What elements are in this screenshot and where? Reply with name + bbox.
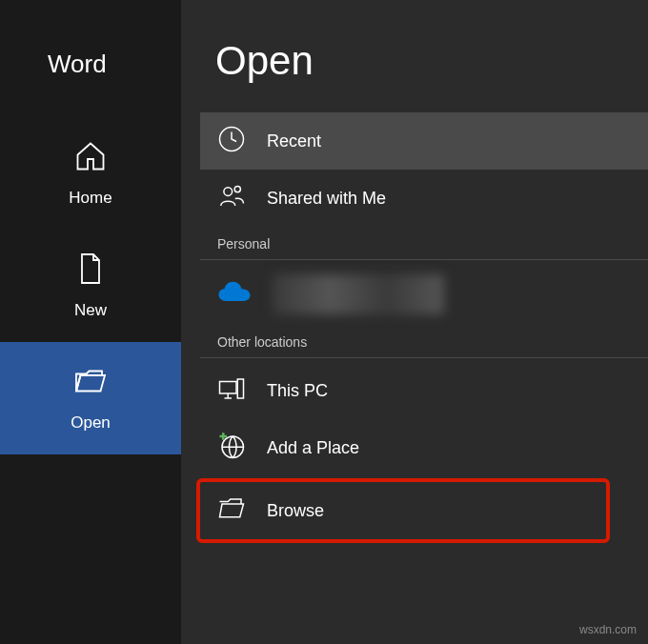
location-recent-label: Recent xyxy=(267,131,321,151)
location-browse[interactable]: Browse xyxy=(200,482,606,539)
location-recent[interactable]: Recent xyxy=(200,112,648,170)
app-title: Word xyxy=(0,50,181,117)
sidebar: Word Home New Open xyxy=(0,0,181,644)
location-shared-label: Shared with Me xyxy=(267,189,386,209)
location-this-pc-label: This PC xyxy=(267,381,328,401)
folder-open-icon xyxy=(217,494,246,527)
svg-rect-4 xyxy=(237,379,243,398)
location-this-pc[interactable]: This PC xyxy=(200,362,648,419)
location-add-place[interactable]: Add a Place xyxy=(200,419,648,476)
svg-point-2 xyxy=(234,186,240,191)
add-place-icon xyxy=(217,432,246,464)
nav-open-label: Open xyxy=(71,413,111,433)
nav-new[interactable]: New xyxy=(0,230,181,342)
nav-new-label: New xyxy=(74,301,107,320)
watermark: wsxdn.com xyxy=(579,623,637,636)
section-personal: Personal xyxy=(200,227,648,260)
content-pane: Open Recent Shared with Me Personal xyxy=(181,0,648,644)
document-icon xyxy=(73,252,108,290)
cloud-icon xyxy=(217,275,252,313)
svg-point-1 xyxy=(224,188,233,196)
page-title: Open xyxy=(181,0,648,112)
people-icon xyxy=(217,182,246,214)
nav-open[interactable]: Open xyxy=(0,342,181,454)
location-shared[interactable]: Shared with Me xyxy=(200,170,648,227)
clock-icon xyxy=(217,125,246,157)
pc-icon xyxy=(217,374,246,407)
nav-home-label: Home xyxy=(69,189,111,208)
onedrive-account-label xyxy=(273,274,444,314)
location-add-place-label: Add a Place xyxy=(267,438,359,458)
location-onedrive[interactable] xyxy=(200,264,648,325)
word-backstage-window: Word Home New Open Open xyxy=(0,0,648,644)
home-icon xyxy=(73,139,108,177)
location-browse-label: Browse xyxy=(267,501,324,521)
folder-open-icon xyxy=(73,364,108,402)
section-other: Other locations xyxy=(200,325,648,358)
svg-rect-3 xyxy=(220,382,237,394)
nav-home[interactable]: Home xyxy=(0,117,181,230)
locations-list: Recent Shared with Me Personal Other loc… xyxy=(181,112,648,543)
annotation-highlight: Browse xyxy=(196,478,610,543)
